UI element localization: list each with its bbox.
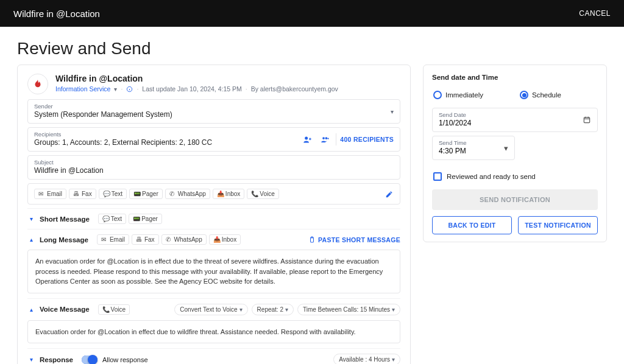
fire-icon xyxy=(27,74,48,94)
fax-icon: 🖷 xyxy=(136,236,143,243)
channel-email[interactable]: ✉Email xyxy=(34,189,66,199)
alert-title: Wildfire in @Location xyxy=(55,74,400,83)
radio-immediately[interactable]: Immediately xyxy=(433,91,483,99)
channel-whatsapp[interactable]: ✆WhatsApp xyxy=(165,189,210,199)
layout: Wildfire in @Location Information Servic… xyxy=(0,65,624,364)
voice-collapse-icon[interactable]: ▴ xyxy=(27,306,35,313)
whatsapp-icon: ✆ xyxy=(166,236,172,243)
last-update: Last update Jan 10, 2024, 4:15 PM xyxy=(142,85,241,93)
send-time-field[interactable]: Send Time ▾ xyxy=(432,136,515,160)
pager-icon: 📟 xyxy=(133,191,140,197)
time-between-select[interactable]: Time Between Calls: 15 Minutes ▾ xyxy=(297,304,400,315)
radio-icon xyxy=(520,91,528,99)
ready-label: Reviewed and ready to send xyxy=(447,173,536,180)
send-time-label: Send Time xyxy=(439,139,508,146)
voice-message-section: ▴ Voice Message 📞Voice Convert Text to V… xyxy=(27,298,400,349)
long-message-section: ▴ Long Message ✉Email 🖷Fax ✆WhatsApp 📥In… xyxy=(27,229,400,298)
long-tag-inbox: 📥Inbox xyxy=(209,234,241,245)
inbox-icon: 📥 xyxy=(213,236,220,243)
review-card: Wildfire in @Location Information Servic… xyxy=(17,65,411,364)
channel-inbox[interactable]: 📥Inbox xyxy=(213,189,244,199)
long-tag-fax: 🖷Fax xyxy=(132,234,159,245)
topbar: Wildfire in @Location CANCEL xyxy=(0,0,624,27)
long-tag-email: ✉Email xyxy=(97,234,129,245)
allow-response-toggle[interactable] xyxy=(82,355,98,364)
subject-label: Subject xyxy=(34,159,394,166)
voice-tag-voice: 📞Voice xyxy=(98,304,130,315)
whatsapp-icon: ✆ xyxy=(169,191,176,197)
ready-check-row: Reviewed and ready to send xyxy=(432,164,598,189)
response-collapse-icon[interactable]: ▾ xyxy=(27,356,35,363)
svg-point-4 xyxy=(322,137,325,139)
recipients-count-link[interactable]: 400 RECIPIENTS xyxy=(340,136,394,143)
alert-by: By alerts@bakercountyem.gov xyxy=(251,85,338,93)
recipients-field: Recipients Groups: 1, Accounts: 2, Exter… xyxy=(27,127,400,152)
voice-title: Voice Message xyxy=(40,306,90,313)
subject-value: Wildfire in @Location xyxy=(34,166,394,175)
chevron-down-icon[interactable]: ▾ xyxy=(114,86,117,93)
text-icon: 💬 xyxy=(103,191,110,197)
add-recipient-icon[interactable] xyxy=(300,134,314,145)
calendar-icon[interactable] xyxy=(583,116,591,124)
voice-icon: 📞 xyxy=(251,191,258,197)
available-select[interactable]: Available : 4 Hours ▾ xyxy=(333,354,400,364)
voice-icon: 📞 xyxy=(102,306,109,313)
send-date-label: Send Date xyxy=(439,111,591,118)
radio-schedule[interactable]: Schedule xyxy=(520,91,561,99)
send-date-input[interactable] xyxy=(439,119,591,127)
subject-field[interactable]: Subject Wildfire in @Location xyxy=(27,155,400,180)
response-title: Response xyxy=(40,356,73,363)
fax-icon: 🖷 xyxy=(73,191,80,197)
ready-checkbox[interactable] xyxy=(433,172,442,181)
channel-text[interactable]: 💬Text xyxy=(99,189,127,199)
short-title: Short Message xyxy=(40,215,90,223)
topbar-title: Wildfire in @Location xyxy=(13,9,100,19)
repeat-select[interactable]: Repeat: 2 ▾ xyxy=(252,304,294,315)
short-tag-text: 💬Text xyxy=(98,214,126,224)
long-collapse-icon[interactable]: ▴ xyxy=(27,236,35,243)
send-date-field[interactable]: Send Date xyxy=(432,108,598,132)
time-caret-icon[interactable]: ▾ xyxy=(504,144,508,153)
response-section: ▾ Response Allow response Available : 4 … xyxy=(27,348,400,364)
send-time-input[interactable] xyxy=(439,147,508,155)
channel-voice[interactable]: 📞Voice xyxy=(247,189,278,199)
channels-row: ✉Email 🖷Fax 💬Text 📟Pager ✆WhatsApp 📥Inbo… xyxy=(27,183,400,205)
voice-body[interactable]: Evacuation order for @Location in effect… xyxy=(27,320,400,344)
back-to-edit-button[interactable]: BACK TO EDIT xyxy=(432,216,512,234)
email-icon: ✉ xyxy=(101,236,108,243)
text-icon: 💬 xyxy=(102,215,109,222)
send-notification-button: SEND NOTIFICATION xyxy=(432,189,598,210)
divider xyxy=(336,133,336,145)
schedule-radio-group: Immediately Schedule xyxy=(432,87,598,108)
radio-icon xyxy=(433,91,442,99)
sender-value: System (Responder Management System) xyxy=(34,110,394,119)
cancel-button[interactable]: CANCEL xyxy=(579,9,611,18)
info-icon[interactable] xyxy=(126,86,133,93)
alert-header: Wildfire in @Location Information Servic… xyxy=(27,74,400,94)
long-body[interactable]: An evacuation order for @Location is in … xyxy=(27,250,400,293)
short-collapse-icon[interactable]: ▾ xyxy=(27,215,35,222)
long-title: Long Message xyxy=(40,236,88,243)
add-group-icon[interactable] xyxy=(318,134,332,145)
channel-fax[interactable]: 🖷Fax xyxy=(69,189,96,199)
sender-field[interactable]: Sender System (Responder Management Syst… xyxy=(27,99,400,124)
channel-pager[interactable]: 📟Pager xyxy=(129,189,163,199)
paste-short-button[interactable]: PASTE SHORT MESSAGE xyxy=(308,236,400,243)
send-card: Send date and Time Immediately Schedule … xyxy=(423,65,607,242)
long-tag-whatsapp: ✆WhatsApp xyxy=(161,234,207,245)
service-link[interactable]: Information Service xyxy=(55,85,110,93)
short-tag-pager: 📟Pager xyxy=(129,214,162,224)
send-title: Send date and Time xyxy=(432,74,598,81)
short-message-section: ▾ Short Message 💬Text 📟Pager xyxy=(27,208,400,229)
sender-caret-icon[interactable]: ▾ xyxy=(391,108,394,115)
sender-label: Sender xyxy=(34,103,394,110)
pager-icon: 📟 xyxy=(133,215,140,222)
email-icon: ✉ xyxy=(38,191,45,197)
page-title: Review and Send xyxy=(0,27,624,65)
convert-tts-select[interactable]: Convert Text to Voice ▾ xyxy=(174,304,247,315)
svg-point-3 xyxy=(305,136,308,139)
clipboard-icon xyxy=(308,236,316,243)
edit-channels-icon[interactable] xyxy=(385,190,394,198)
test-notification-button[interactable]: TEST NOTIFICATION xyxy=(518,216,598,234)
svg-point-5 xyxy=(325,137,328,139)
